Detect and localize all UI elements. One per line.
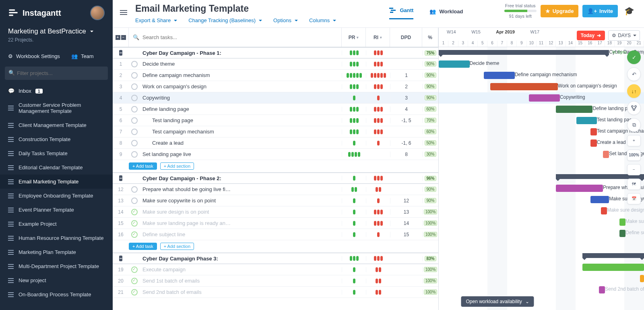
complete-toggle[interactable] [131, 289, 138, 295]
sidebar-item-project[interactable]: Employee Onboarding Template [0, 189, 113, 203]
undo-button[interactable]: ↶ [627, 67, 641, 81]
complete-toggle[interactable] [131, 231, 138, 238]
add-task-button[interactable]: + Add task [129, 162, 157, 170]
help-icon[interactable]: 🎓 [622, 4, 637, 18]
task-bar[interactable] [484, 72, 515, 79]
sidebar-item-project[interactable]: Client Management Template [0, 118, 113, 132]
sidebar-item-project[interactable]: Email Marketing Template [0, 175, 113, 189]
task-row[interactable]: 6Test landing page-1, 570% [113, 115, 438, 126]
complete-toggle[interactable] [131, 278, 138, 284]
complete-toggle[interactable] [131, 209, 138, 215]
collapse-icon[interactable]: − [119, 175, 122, 181]
sidebar-item-project[interactable]: Customer Service Problem Management Temp… [0, 98, 113, 118]
task-bar[interactable] [529, 94, 560, 102]
sidebar-item-project[interactable]: Editorial Calendar Template [0, 160, 113, 175]
col-ri[interactable]: RI▾ [366, 28, 390, 47]
complete-toggle[interactable] [131, 83, 138, 90]
task-bar[interactable] [556, 106, 593, 113]
copy-button[interactable]: ⧉ [627, 118, 641, 132]
workbook-settings-link[interactable]: ⚙ Workbook Settings [8, 53, 60, 59]
task-bar[interactable] [490, 83, 558, 90]
task-row[interactable]: 7Test campaign mechanism60% [113, 126, 438, 137]
section-row[interactable]: −Cyber Day Campaign Phase 3:83% [113, 253, 438, 264]
task-row[interactable]: 4Copywriting390% [113, 92, 438, 104]
sidebar-item-project[interactable]: Example Project [0, 217, 113, 231]
scale-button[interactable]: ⚙DAYS [608, 30, 640, 41]
task-bar[interactable] [619, 230, 625, 237]
task-row[interactable]: 5Define landing page460% [113, 104, 438, 115]
task-bar[interactable] [556, 185, 603, 192]
complete-toggle[interactable] [131, 266, 138, 273]
col-pct[interactable]: % [422, 28, 438, 47]
workspace-switcher[interactable]: Marketing at BestPractice [8, 27, 105, 35]
task-bar[interactable] [619, 218, 625, 226]
sort-button[interactable]: ↓↑ [627, 84, 641, 98]
task-row[interactable]: 13Make sure copywrite is on point1290% [113, 195, 438, 206]
task-bar[interactable] [439, 60, 470, 68]
upgrade-button[interactable]: ★Upgrade [541, 5, 579, 17]
complete-toggle[interactable] [131, 117, 138, 124]
change-tracking-menu[interactable]: Change Tracking (Baselines) [188, 17, 262, 23]
task-row[interactable]: 2Define campaign mechanism190% [113, 70, 438, 81]
task-row[interactable]: 12Prepare what should be going live fi…9… [113, 184, 438, 195]
sidebar-toggle[interactable] [120, 3, 127, 16]
sidebar-item-project[interactable]: On-Boarding Process Template [0, 287, 113, 302]
add-task-button[interactable]: + Add task [129, 243, 157, 250]
open-workload-button[interactable]: Open workload availability ⌄ [461, 296, 534, 307]
task-row[interactable]: 19Execute campaign100% [113, 264, 438, 275]
task-row[interactable]: 15Make sure landing page is ready an…141… [113, 218, 438, 229]
task-bar[interactable] [601, 207, 607, 214]
team-link[interactable]: 👥 Team [71, 53, 94, 59]
task-row[interactable]: 1Decide theme90% [113, 58, 438, 70]
sidebar-item-project[interactable]: New project [0, 273, 113, 287]
col-pr[interactable]: PR▾ [342, 28, 366, 47]
gantt-chart[interactable]: W14 W15 Apr 2019 W17 1234567891011121314… [439, 28, 644, 310]
complete-toggle[interactable] [131, 140, 138, 146]
filter-projects-input[interactable] [5, 67, 108, 80]
task-bar[interactable] [590, 139, 597, 147]
task-row[interactable]: 8Create a lead-1, 650% [113, 137, 438, 149]
section-row[interactable]: −Cyber Day Campaign - Phase 2:96% [113, 173, 438, 184]
tab-gantt[interactable]: Gantt [389, 3, 413, 19]
complete-toggle[interactable] [131, 129, 138, 135]
complete-toggle[interactable] [131, 220, 138, 227]
options-menu[interactable]: Options [273, 17, 298, 23]
complete-toggle[interactable] [131, 106, 138, 112]
task-bar[interactable] [582, 264, 644, 271]
invite-button[interactable]: 👤+Invite [582, 5, 618, 17]
branch-button[interactable] [627, 101, 641, 115]
task-row[interactable]: 3Work on campaign's design290% [113, 81, 438, 92]
collapse-icon[interactable]: − [119, 256, 122, 261]
today-button[interactable]: Today➜ [577, 31, 605, 40]
tab-workload[interactable]: 👥 Workload [429, 4, 463, 19]
sidebar-item-project[interactable]: Construction Template [0, 132, 113, 146]
export-menu[interactable]: Export & Share [135, 17, 177, 23]
complete-toggle[interactable] [131, 151, 138, 158]
add-section-button[interactable]: + Add section [160, 243, 194, 250]
search-tasks-input[interactable] [142, 34, 337, 40]
sidebar-item-project[interactable]: Daily Tasks Template [0, 146, 113, 160]
sidebar-item-project[interactable]: Event Planner Template [0, 203, 113, 217]
complete-toggle[interactable] [131, 61, 138, 67]
task-row[interactable]: 9Set landing page live830% [113, 149, 438, 160]
collapse-controls[interactable]: + − [113, 28, 129, 47]
inbox-link[interactable]: 💬 Inbox 1 [0, 84, 113, 98]
task-bar[interactable] [590, 196, 609, 203]
section-row[interactable]: −Cyber Day Campaign - Phase 1:75% [113, 47, 438, 58]
task-bar[interactable] [576, 117, 597, 124]
columns-menu[interactable]: Columns [309, 17, 336, 23]
add-section-button[interactable]: + Add section [160, 162, 194, 170]
task-row[interactable]: 21Send 2nd batch of emails100% [113, 287, 438, 298]
complete-toggle[interactable] [131, 198, 138, 204]
col-dpd[interactable]: DPD [390, 28, 422, 47]
summary-bar[interactable] [439, 50, 609, 55]
complete-toggle[interactable] [131, 95, 138, 101]
zoom-out-button[interactable]: − [627, 164, 641, 175]
task-row[interactable]: 20Send 1st batch of emails100% [113, 275, 438, 287]
sidebar-item-project[interactable]: Human Resource Planning Template [0, 231, 113, 245]
sidebar-item-project[interactable]: Multi-Department Project Template [0, 259, 113, 273]
zoom-in-button[interactable]: + [627, 135, 641, 146]
collapse-all-icon[interactable]: − [121, 35, 126, 40]
sidebar-item-project[interactable]: Marketing Plan Template [0, 245, 113, 259]
calendar-button[interactable]: 📅 [627, 193, 641, 204]
